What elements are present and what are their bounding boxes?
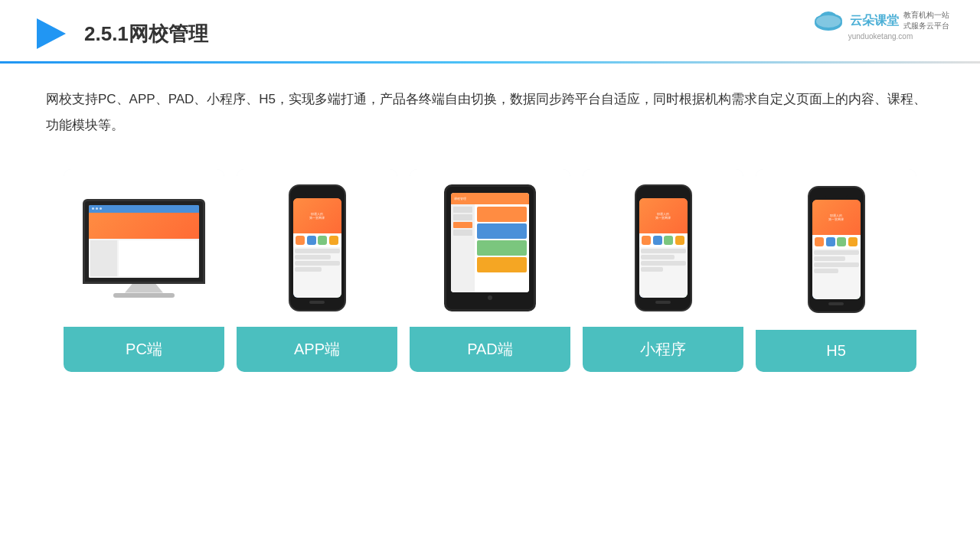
description-paragraph: 网校支持PC、APP、PAD、小程序、H5，实现多端打通，产品各终端自由切换，数… bbox=[46, 86, 934, 139]
card-pad-image: 课程管理 bbox=[410, 169, 570, 327]
brand-url: yunduoketang.com bbox=[848, 32, 913, 41]
card-h5-label: H5 bbox=[756, 330, 916, 372]
svg-marker-0 bbox=[37, 18, 66, 49]
logo-icon bbox=[31, 14, 70, 54]
brand-tagline: 教育机构一站式服务云平台 bbox=[903, 10, 949, 31]
card-miniprogram-label: 小程序 bbox=[583, 327, 743, 372]
card-pc: PC端 bbox=[64, 169, 224, 372]
card-miniprogram: 职通人的第一堂网课 bbox=[583, 169, 743, 372]
card-h5: 职通人的第一堂网课 bbox=[756, 169, 916, 372]
brand-name: 云朵课堂 bbox=[850, 13, 899, 29]
card-pad: 课程管理 bbox=[410, 169, 570, 372]
card-app-label: APP端 bbox=[237, 327, 397, 372]
cards-container: PC端 职通人的第一堂网课 bbox=[0, 154, 980, 387]
card-miniprogram-image: 职通人的第一堂网课 bbox=[583, 169, 743, 327]
app-phone-mockup: 职通人的第一堂网课 bbox=[289, 184, 346, 311]
page-title: 2.5.1网校管理 bbox=[84, 21, 208, 47]
card-pc-image bbox=[64, 169, 224, 327]
miniprogram-phone-mockup: 职通人的第一堂网课 bbox=[635, 184, 692, 311]
card-pad-label: PAD端 bbox=[410, 327, 570, 372]
description-text: 网校支持PC、APP、PAD、小程序、H5，实现多端打通，产品各终端自由切换，数… bbox=[0, 64, 980, 154]
card-pc-label: PC端 bbox=[64, 327, 224, 372]
pc-monitor bbox=[83, 199, 205, 298]
header: 2.5.1网校管理 云朵课堂 教育机构一站式服务云平台 yunduoketang… bbox=[0, 0, 980, 54]
pad-tablet-mockup: 课程管理 bbox=[444, 184, 536, 311]
card-app-image: 职通人的第一堂网课 bbox=[237, 169, 397, 327]
h5-phone-mockup: 职通人的第一堂网课 bbox=[808, 186, 865, 313]
card-app: 职通人的第一堂网课 bbox=[237, 169, 397, 372]
svg-point-5 bbox=[816, 15, 841, 28]
card-h5-image: 职通人的第一堂网课 bbox=[756, 169, 916, 330]
brand-logo: 云朵课堂 教育机构一站式服务云平台 yunduoketang.com bbox=[812, 9, 949, 41]
cloud-icon bbox=[812, 9, 845, 32]
